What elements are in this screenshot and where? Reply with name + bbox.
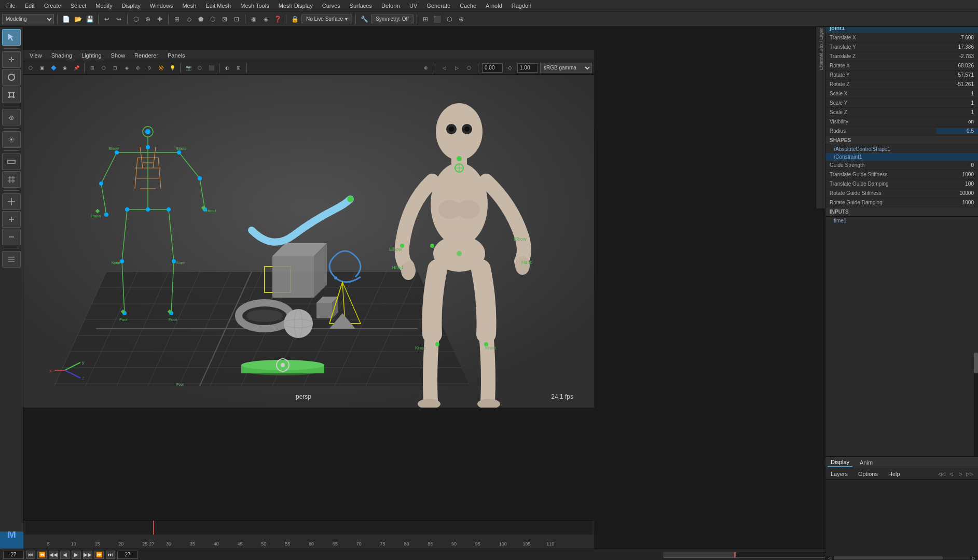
vp-smooth-icon[interactable]: ⬡ [99, 63, 109, 73]
play-btn[interactable]: ▶ [72, 551, 81, 559]
vp-select-mask[interactable]: ⬡ [25, 63, 36, 73]
menu-edit-mesh[interactable]: Edit Mesh [201, 2, 235, 10]
frame-input-right[interactable] [117, 551, 138, 559]
menu-edit[interactable]: Edit [21, 2, 39, 10]
skip-to-start-btn[interactable]: ⏮ [26, 551, 35, 559]
universal-tool[interactable]: ⊕ [2, 109, 21, 125]
bottom-scrollbar[interactable]: ◁ ▷ [825, 556, 978, 560]
multi-tool[interactable] [2, 193, 21, 210]
menu-modify[interactable]: Modify [91, 2, 116, 10]
vp-grid-icon[interactable]: ⊞ [233, 63, 244, 73]
channel-scale-z[interactable]: Scale Z 1 [825, 108, 978, 117]
render-icon[interactable]: ◉ [249, 14, 259, 24]
vp-wireframe-icon[interactable]: ⊞ [87, 63, 98, 73]
menu-generate[interactable]: Generate [422, 2, 454, 10]
channel-rotate-y[interactable]: Rotate Y 57.571 [825, 71, 978, 80]
menu-windows[interactable]: Windows [146, 2, 177, 10]
menu-create[interactable]: Create [40, 2, 65, 10]
menu-curves[interactable]: Curves [318, 2, 345, 10]
channel-scale-y[interactable]: Scale Y 1 [825, 99, 978, 108]
ipr-icon[interactable]: ◈ [260, 14, 271, 24]
channel-translate-guide-stiffness[interactable]: Translate Guide Stiffness 1000 [825, 170, 978, 179]
lasso-icon[interactable]: ⊕ [143, 14, 153, 24]
vp-hierarchy-icon[interactable]: 🔷 [48, 63, 59, 73]
vp-menu-show[interactable]: Show [107, 51, 130, 60]
snap-surface-icon[interactable]: ⬡ [208, 14, 218, 24]
vp-menu-panels[interactable]: Panels [163, 51, 189, 60]
viewport[interactable]: View Shading Lighting Show Renderer Pane… [23, 50, 594, 408]
shape-constraint[interactable]: rConstraint1 [825, 153, 978, 161]
snap-edge-icon[interactable]: ⊡ [231, 14, 242, 24]
vp-menu-view[interactable]: View [25, 51, 46, 60]
save-icon[interactable]: 💾 [85, 14, 95, 24]
exposure-icon[interactable]: ⊙ [505, 63, 515, 73]
frame-input-left[interactable] [3, 551, 24, 559]
snap-point-icon[interactable]: ⬟ [196, 14, 206, 24]
anim-tab[interactable]: Anim [857, 458, 876, 467]
vp-manip-icon[interactable]: ⊕ [421, 63, 431, 73]
live-surface-icon[interactable]: 🔒 [290, 14, 300, 24]
channel-scale-x[interactable]: Scale X 1 [825, 89, 978, 99]
menu-file[interactable]: File [2, 2, 20, 10]
vp-2d-icon[interactable]: 📷 [183, 63, 194, 73]
magnet-icon[interactable]: 🔧 [359, 14, 369, 24]
br-icon-1[interactable]: ◁◁ [938, 470, 946, 478]
new-file-icon[interactable]: 📄 [61, 14, 71, 24]
menu-surfaces[interactable]: Surfaces [346, 2, 376, 10]
channel-translate-y[interactable]: Translate Y 17.386 [825, 43, 978, 52]
color-space-select[interactable]: sRGB gamma [540, 63, 592, 73]
rotate-tool[interactable] [2, 69, 21, 86]
vp-menu-lighting[interactable]: Lighting [77, 51, 106, 60]
menu-ragdoll[interactable]: Ragdoll [507, 2, 535, 10]
scale-tool[interactable] [2, 87, 21, 103]
move-tool[interactable]: ✛ [2, 51, 21, 68]
paint-icon[interactable]: ✚ [155, 14, 165, 24]
prev-key-btn[interactable]: ◀◀ [49, 551, 58, 559]
display-tab[interactable]: Display [828, 458, 852, 467]
no-live-surface-button[interactable]: No Live Surface ▾ [301, 15, 352, 23]
shape-absolute[interactable]: rAbsoluteControlShape1 [825, 145, 978, 153]
redo-icon[interactable]: ↪ [114, 14, 124, 24]
channel-translate-guide-damping[interactable]: Translate Guide Damping 100 [825, 179, 978, 189]
icon-a[interactable]: ⊞ [420, 14, 431, 24]
show-hide-tool[interactable] [2, 153, 21, 170]
vp-menu-shading[interactable]: Shading [47, 51, 76, 60]
snap-grid-icon[interactable]: ⊞ [172, 14, 182, 24]
br-icon-3[interactable]: ▷ [956, 470, 965, 478]
options-subtab[interactable]: Options [855, 470, 881, 478]
menu-cache[interactable]: Cache [456, 2, 480, 10]
channel-guide-strength[interactable]: Guide Strength 0 [825, 161, 978, 170]
vp-menu-renderer[interactable]: Renderer [130, 51, 162, 60]
scroll-thumb[interactable] [974, 353, 978, 373]
scroll-left-btn[interactable]: ◁ [825, 556, 834, 560]
vp-toggle-icon[interactable]: ⊕ [133, 63, 143, 73]
vp-cam2-icon[interactable]: 🔆 [156, 63, 166, 73]
help-subtab[interactable]: Help [885, 470, 903, 478]
symmetry-button[interactable]: Symmetry: Off [371, 15, 414, 23]
menu-uv[interactable]: UV [405, 2, 421, 10]
vp-3d-icon[interactable]: ⬡ [195, 63, 205, 73]
channel-translate-z[interactable]: Translate Z -2.783 [825, 52, 978, 61]
channel-rotate-z[interactable]: Rotate Z -51.261 [825, 80, 978, 89]
add-tool[interactable] [2, 211, 21, 228]
menu-mesh-display[interactable]: Mesh Display [274, 2, 317, 10]
open-file-icon[interactable]: 📂 [73, 14, 83, 24]
undo-icon[interactable]: ↩ [102, 14, 112, 24]
gamma-input[interactable] [517, 63, 538, 73]
vp-pin-icon[interactable]: 📌 [71, 63, 81, 73]
skip-to-end-btn[interactable]: ⏭ [106, 551, 115, 559]
scene-area[interactable]: y z x [23, 75, 594, 408]
vp-isolate-icon[interactable]: ◐ [222, 63, 232, 73]
icon-c[interactable]: ⬡ [444, 14, 454, 24]
exposure-input[interactable] [482, 63, 503, 73]
menu-mesh-tools[interactable]: Mesh Tools [236, 2, 273, 10]
soft-select-tool[interactable] [2, 131, 21, 148]
channel-visibility[interactable]: Visibility on [825, 117, 978, 127]
display-icon[interactable]: ❓ [272, 14, 283, 24]
icon-b[interactable]: ⬛ [432, 14, 443, 24]
layers-subtab[interactable]: Layers [828, 470, 851, 478]
icon-d[interactable]: ⊕ [456, 14, 466, 24]
channel-radius[interactable]: Radius 0.5 [825, 127, 978, 136]
vp-cam3-icon[interactable]: 💡 [167, 63, 177, 73]
scroll-right-btn[interactable]: ▷ [970, 556, 978, 560]
